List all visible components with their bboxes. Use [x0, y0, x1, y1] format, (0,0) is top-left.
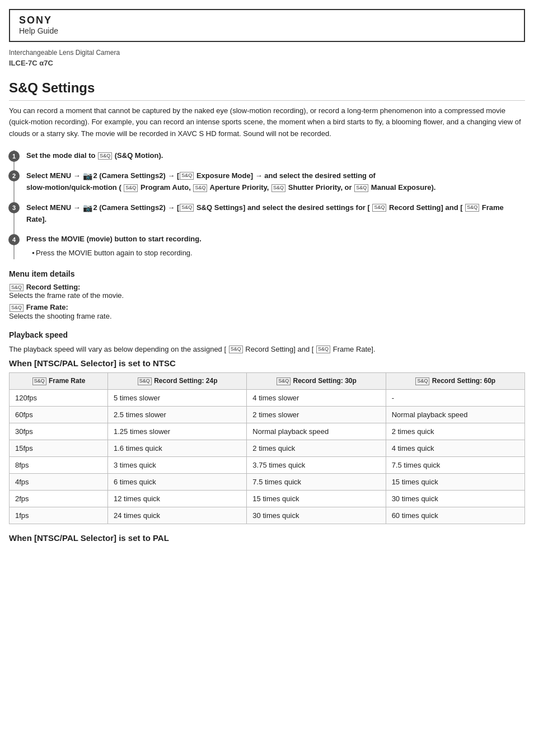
table-body: 120fps5 times slower4 times slower-60fps…: [10, 390, 525, 524]
step-4-bullets: Press the MOVIE button again to stop rec…: [26, 248, 516, 259]
pal-title: When [NTSC/PAL Selector] is set to PAL: [9, 533, 525, 543]
menu-items-title: Menu item details: [9, 269, 525, 278]
step-4-content: Press the MOVIE (movie) button to start …: [26, 234, 525, 259]
header-box: SONY Help Guide: [0, 9, 534, 42]
step-2-text: Select MENU → 📷2 (Camera Settings2) → [S…: [26, 171, 435, 192]
menu-item-record-label: Record Setting:: [26, 283, 81, 291]
table-cell: 8fps: [10, 457, 108, 474]
table-cell: 1.25 times slower: [107, 423, 246, 440]
table-cell: 30 times quick: [386, 491, 524, 507]
table-header-row: S&Q Frame Rate S&Q Record Setting: 24p S…: [10, 373, 525, 390]
sq-badge-th-frame: S&Q: [32, 377, 46, 385]
playback-table: S&Q Frame Rate S&Q Record Setting: 24p S…: [9, 372, 525, 524]
table-cell: 1fps: [10, 507, 108, 524]
table-cell: 2fps: [10, 491, 108, 507]
step-3-number: 3: [8, 202, 20, 213]
steps-container: 1 Set the mode dial to S&Q (S&Q Motion).…: [13, 150, 525, 259]
sq-badge-rec-setting: S&Q: [372, 204, 386, 212]
sq-badge-shutter: S&Q: [271, 184, 285, 192]
page-content: S&Q Settings You can record a moment tha…: [0, 69, 534, 549]
step-4-bullet-1: Press the MOVIE button again to stop rec…: [32, 248, 516, 259]
sq-badge-menu-frame: S&Q: [10, 304, 24, 312]
help-guide-label: Help Guide: [19, 26, 515, 35]
step-1: 1 Set the mode dial to S&Q (S&Q Motion).: [15, 150, 525, 162]
step-1-content: Set the mode dial to S&Q (S&Q Motion).: [26, 150, 525, 162]
camera-icon-step3: 📷: [83, 202, 92, 214]
step-1-text: Set the mode dial to S&Q (S&Q Motion).: [26, 151, 163, 160]
sony-logo: SONY: [19, 15, 515, 26]
table-cell: 2 times slower: [247, 407, 386, 423]
menu-item-record-setting: S&Q Record Setting: Selects the frame ra…: [9, 283, 525, 300]
sq-badge-th-24p: S&Q: [138, 377, 152, 385]
table-cell: 15 times quick: [386, 474, 524, 491]
device-type: Interchangeable Lens Digital Camera: [9, 48, 525, 58]
table-cell: 30fps: [10, 423, 108, 440]
table-cell: 3.75 times quick: [247, 457, 386, 474]
table-cell: 15 times quick: [247, 491, 386, 507]
table-cell: 4fps: [10, 474, 108, 491]
table-row: 1fps24 times quick30 times quick60 times…: [10, 507, 525, 524]
table-cell: 60 times quick: [386, 507, 524, 524]
table-cell: 6 times quick: [107, 474, 246, 491]
table-row: 15fps1.6 times quick2 times quick4 times…: [10, 440, 525, 457]
table-cell: -: [386, 390, 524, 407]
table-header-30p: S&Q Record Setting: 30p: [247, 373, 386, 390]
table-cell: Normal playback speed: [386, 407, 524, 423]
table-cell: 12 times quick: [107, 491, 246, 507]
menu-item-frame-desc: Selects the shooting frame rate.: [9, 312, 112, 320]
step-4-number: 4: [8, 234, 20, 245]
menu-item-frame-rate: S&Q Frame Rate: Selects the shooting fra…: [9, 303, 525, 320]
table-header-frame-rate: S&Q Frame Rate: [10, 373, 108, 390]
sq-badge-sq-settings: S&Q: [180, 204, 194, 212]
step-3-text: Select MENU → 📷2 (Camera Settings2) → [S…: [26, 203, 504, 224]
sq-badge-aperture: S&Q: [193, 184, 207, 192]
table-cell: 2.5 times slower: [107, 407, 246, 423]
intro-text: You can record a moment that cannot be c…: [9, 105, 525, 140]
playback-title: Playback speed: [9, 330, 525, 339]
playback-intro: The playback speed will vary as below de…: [9, 344, 525, 356]
table-cell: 120fps: [10, 390, 108, 407]
sq-badge-pb-rec: S&Q: [229, 346, 243, 353]
step-2-number: 2: [8, 170, 20, 181]
table-cell: 30 times quick: [247, 507, 386, 524]
table-header-24p: S&Q Record Setting: 24p: [107, 373, 246, 390]
table-row: 120fps5 times slower4 times slower-: [10, 390, 525, 407]
table-cell: 3 times quick: [107, 457, 246, 474]
table-cell: 7.5 times quick: [386, 457, 524, 474]
subheader: Interchangeable Lens Digital Camera ILCE…: [0, 42, 534, 69]
sq-badge-frame-rate: S&Q: [465, 204, 479, 212]
step-4-main: Press the MOVIE (movie) button to start …: [26, 235, 202, 243]
table-cell: 15fps: [10, 440, 108, 457]
table-cell: 24 times quick: [107, 507, 246, 524]
sq-badge-menu-rec: S&Q: [10, 284, 24, 292]
table-cell: 1.6 times quick: [107, 440, 246, 457]
step-1-number: 1: [8, 151, 20, 162]
table-cell: 4 times quick: [386, 440, 524, 457]
sq-badge-mode-dial: S&Q: [98, 152, 112, 160]
sq-badge-manual: S&Q: [354, 184, 368, 192]
model-label: ILCE-7C α7C: [9, 58, 525, 69]
page-title: S&Q Settings: [9, 80, 525, 101]
sq-badge-exp-mode: S&Q: [180, 172, 194, 180]
sq-badge-prog-auto: S&Q: [124, 184, 138, 192]
table-row: 4fps6 times quick7.5 times quick15 times…: [10, 474, 525, 491]
table-row: 2fps12 times quick15 times quick30 times…: [10, 491, 525, 507]
menu-item-frame-label: Frame Rate:: [26, 303, 68, 311]
sq-badge-pb-frame: S&Q: [316, 346, 330, 353]
ntsc-title: When [NTSC/PAL Selector] is set to NTSC: [9, 358, 525, 368]
table-cell: Normal playback speed: [247, 423, 386, 440]
table-row: 8fps3 times quick3.75 times quick7.5 tim…: [10, 457, 525, 474]
table-cell: 60fps: [10, 407, 108, 423]
menu-items-section: Menu item details S&Q Record Setting: Se…: [9, 269, 525, 320]
table-cell: 4 times slower: [247, 390, 386, 407]
step-2-content: Select MENU → 📷2 (Camera Settings2) → [S…: [26, 170, 525, 194]
table-row: 60fps2.5 times slower2 times slowerNorma…: [10, 407, 525, 423]
menu-item-record-desc: Selects the frame rate of the movie.: [9, 291, 124, 300]
camera-icon-step2: 📷: [83, 170, 92, 182]
sq-badge-th-60p: S&Q: [415, 377, 429, 385]
table-cell: 5 times slower: [107, 390, 246, 407]
table-header-60p: S&Q Record Setting: 60p: [386, 373, 524, 390]
playback-section: Playback speed The playback speed will v…: [9, 330, 525, 543]
step-4: 4 Press the MOVIE (movie) button to star…: [15, 234, 525, 259]
table-row: 30fps1.25 times slowerNormal playback sp…: [10, 423, 525, 440]
